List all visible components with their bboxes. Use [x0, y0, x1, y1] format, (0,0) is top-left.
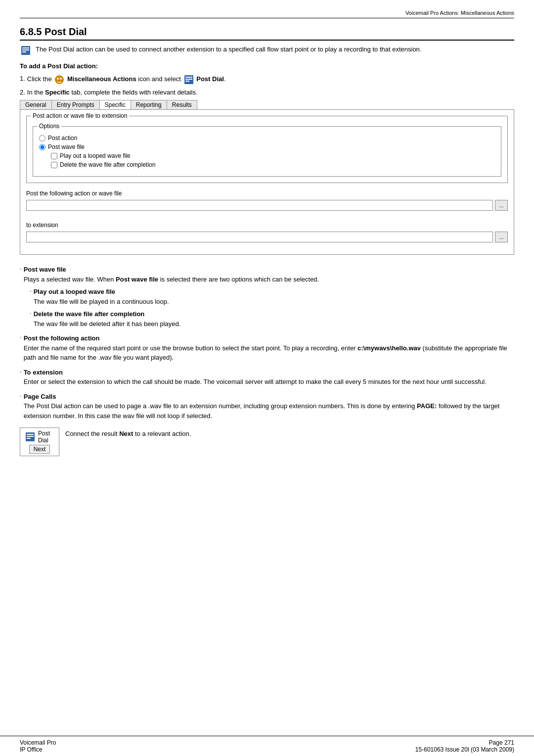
bullet-post-wave-title: Post wave file: [24, 266, 66, 273]
footer-page: Page 271: [415, 739, 514, 746]
svg-rect-12: [27, 434, 34, 435]
footer-product: Voicemail Pro: [20, 739, 56, 746]
footer-left: Voicemail Pro IP Office: [20, 739, 56, 753]
step-1: 1. Click the Miscellaneous Actions icon …: [20, 75, 514, 85]
next-label: Next: [29, 445, 50, 454]
bullet-to-extension-title: To extension: [24, 369, 63, 376]
outer-fieldset: Post action or wave file to extension Op…: [26, 116, 508, 183]
svg-rect-2: [22, 49, 29, 50]
svg-rect-3: [22, 51, 26, 52]
tab-general[interactable]: General: [20, 100, 52, 109]
bullet-post-wave-file: · Post wave file Plays a selected wav fi…: [20, 265, 514, 329]
intro-block: The Post Dial action can be used to conn…: [20, 46, 514, 55]
postdial-icon-box-icon: [25, 432, 35, 442]
outer-legend: Post action or wave file to extension: [31, 112, 129, 119]
section-title: 6.8.5 Post Dial: [20, 26, 514, 41]
radio-post-wave[interactable]: Post wave file: [39, 143, 495, 150]
post-input-row: ...: [26, 200, 508, 211]
tab-specific[interactable]: Specific: [100, 100, 131, 109]
bullet-post-following-title: Post the following action: [24, 334, 100, 342]
bullet-post-following: · Post the following action Enter the na…: [20, 333, 514, 363]
tab-reporting[interactable]: Reporting: [131, 100, 167, 109]
page-footer: Voicemail Pro IP Office Page 271 15-6010…: [0, 736, 534, 756]
header-title: Voicemail Pro Actions: Miscellaneous Act…: [405, 10, 514, 16]
dialog-box: Post action or wave file to extension Op…: [20, 109, 514, 255]
sub-bullet-delete-title: Delete the wave file after completion: [34, 310, 145, 318]
radio-post-action[interactable]: Post action: [39, 135, 495, 142]
radio-post-action-input[interactable]: [39, 135, 45, 142]
check-looped-input[interactable]: [51, 153, 57, 159]
page-header: Voicemail Pro Actions: Miscellaneous Act…: [20, 10, 514, 18]
svg-point-5: [57, 78, 59, 80]
svg-rect-1: [22, 47, 29, 48]
footer-right: Page 271 15-601063 Issue 20l (03 March 2…: [415, 739, 514, 753]
check-delete[interactable]: Delete the wave file after completion: [51, 161, 495, 168]
postdial-icon-step1: [184, 75, 194, 85]
check-delete-label: Delete the wave file after completion: [60, 161, 155, 168]
postdial-icon-intro: [21, 46, 31, 55]
svg-rect-8: [185, 77, 192, 78]
intro-text: The Post Dial action can be used to conn…: [36, 46, 421, 53]
to-extension-label: to extension: [26, 222, 508, 229]
radio-post-action-label: Post action: [48, 135, 77, 142]
bullet-to-extension: · To extension Enter or select the exten…: [20, 368, 514, 387]
bullet-page-calls: · Page Calls The Post Dial action can be…: [20, 392, 514, 421]
footer-issue: 15-601063 Issue 20l (03 March 2009): [415, 746, 514, 753]
radio-post-wave-input[interactable]: [39, 144, 45, 150]
to-extension-input[interactable]: [26, 232, 493, 242]
svg-point-4: [55, 75, 64, 84]
options-fieldset: Options Post action Post wave file Play …: [33, 126, 501, 177]
connect-text: Connect the result Next to a relevant ac…: [65, 430, 191, 437]
postdial-next-section: Post Dial Next Connect the result Next t…: [20, 427, 514, 456]
to-ext-browse-button[interactable]: ...: [495, 232, 508, 242]
post-browse-button[interactable]: ...: [495, 200, 508, 211]
svg-rect-14: [27, 438, 31, 439]
check-delete-input[interactable]: [51, 162, 57, 168]
tab-bar: General Entry Prompts Specific Reporting…: [20, 100, 197, 109]
options-legend: Options: [37, 123, 61, 130]
check-looped-label: Play out a looped wave file: [60, 152, 131, 159]
postdial-box-label: Post Dial: [38, 430, 55, 444]
svg-rect-13: [27, 436, 34, 437]
radio-post-wave-label: Post wave file: [48, 143, 85, 150]
svg-rect-10: [185, 81, 189, 82]
tab-results[interactable]: Results: [167, 100, 197, 109]
svg-point-6: [60, 78, 62, 80]
post-action-input[interactable]: [26, 200, 493, 211]
to-add-label: To add a Post Dial action:: [20, 62, 514, 70]
footer-brand: IP Office: [20, 746, 56, 753]
step-2: 2. In the Specific tab, complete the fie…: [20, 89, 514, 96]
bullet-page-calls-title: Page Calls: [24, 393, 56, 400]
check-looped[interactable]: Play out a looped wave file: [51, 152, 495, 159]
postdial-next-box: Post Dial Next: [20, 427, 59, 456]
postdial-icon-top: Post Dial: [24, 430, 55, 444]
misc-actions-icon: [54, 75, 64, 85]
sub-bullet-looped-title: Play out a looped wave file: [34, 288, 115, 295]
tab-entry-prompts[interactable]: Entry Prompts: [52, 100, 100, 109]
post-field-label: Post the following action or wave file: [26, 190, 508, 197]
svg-rect-9: [185, 79, 192, 80]
to-ext-input-row: ...: [26, 232, 508, 242]
